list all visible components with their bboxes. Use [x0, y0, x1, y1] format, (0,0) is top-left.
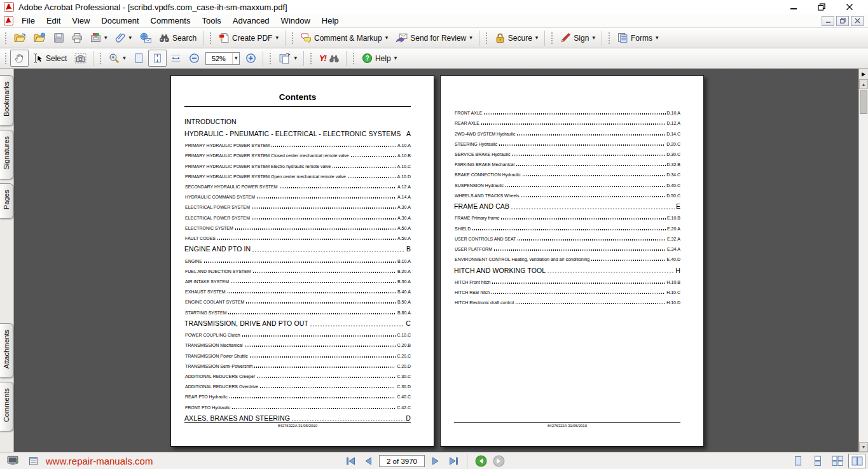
toc-entry-label: TRANSMISSION Mechanical: [185, 343, 243, 347]
continuous-facing-layout-button[interactable]: [829, 454, 846, 468]
toolbar-grip[interactable]: [99, 52, 102, 65]
toc-entry: ENGINE COOLANT SYSTEMB.50.A: [184, 294, 411, 304]
reading-mode-button[interactable]: [5, 454, 20, 467]
page-view-button[interactable]: [25, 454, 41, 467]
toc-entry: PRIMARY HYDRAULIC POWER SYSTEMA.10.A: [184, 137, 411, 148]
menu-edit[interactable]: Edit: [41, 15, 66, 27]
open-button[interactable]: [10, 29, 30, 46]
toc-entry: PRIMARY HYDRAULIC POWER SYSTEM Open cent…: [184, 169, 411, 179]
scrollbar-thumb[interactable]: [860, 90, 867, 114]
caret-down-icon[interactable]: ▾: [232, 53, 240, 64]
toolbar-grip[interactable]: [309, 52, 313, 65]
toc-dot-leader: [472, 229, 666, 230]
menu-window[interactable]: Window: [275, 15, 316, 27]
previous-view-button[interactable]: [474, 455, 488, 468]
doc-restore-button[interactable]: [836, 16, 849, 26]
menu-document[interactable]: Document: [95, 15, 144, 27]
toc-entry-label: AXLES, BRAKES AND STEERING: [184, 414, 290, 422]
minimize-button[interactable]: [789, 3, 798, 11]
toolbar-grip[interactable]: [4, 52, 8, 65]
forms-button[interactable]: Forms▾: [614, 29, 663, 46]
save-button[interactable]: [50, 29, 68, 46]
menu-comments[interactable]: Comments: [145, 15, 196, 27]
fit-width-button[interactable]: [167, 50, 185, 67]
toolbar-grip[interactable]: [485, 31, 488, 45]
zoom-out-button[interactable]: [185, 50, 203, 67]
menu-tools[interactable]: Tools: [196, 15, 226, 27]
doc-minimize-button[interactable]: [822, 16, 834, 26]
close-button[interactable]: [845, 3, 854, 11]
pane-toggle-button[interactable]: ▶: [859, 69, 868, 80]
sidebar-tab-signatures[interactable]: Signatures: [0, 130, 13, 179]
scroll-up-button[interactable]: ▲: [859, 80, 868, 89]
email-globe-icon: [139, 32, 151, 43]
send-for-review-button[interactable]: Send for Review▾: [392, 29, 476, 46]
scroll-down-button[interactable]: ▼: [859, 442, 868, 452]
secure-button[interactable]: Secure▾: [491, 29, 542, 46]
yahoo-search-button[interactable]: Y!: [315, 50, 343, 67]
fit-page-button[interactable]: [130, 50, 148, 67]
toc-entry: ADDITIONAL REDUCERS CreeperC.30.C: [184, 368, 411, 379]
attach-button[interactable]: ▾: [111, 29, 136, 46]
search-button[interactable]: Search: [155, 29, 200, 46]
sidebar-tab-bookmarks[interactable]: Bookmarks: [0, 75, 13, 126]
toolbar-grip[interactable]: [352, 52, 355, 65]
sidebar-tab-attachments[interactable]: Attachments: [0, 323, 13, 378]
fit-height-icon: [152, 53, 163, 64]
menu-file[interactable]: File: [16, 15, 41, 27]
zoom-level-input[interactable]: [206, 55, 231, 62]
page-display-button[interactable]: ▾: [275, 50, 301, 67]
toc-entry-ref: E.10.B: [667, 216, 680, 220]
page-indicator-input[interactable]: [379, 455, 425, 467]
snapshot-tool-button[interactable]: [71, 50, 90, 67]
menu-advanced[interactable]: Advanced: [227, 15, 275, 27]
toolbar-grip[interactable]: [209, 31, 212, 45]
first-page-button[interactable]: [343, 455, 357, 468]
next-view-button[interactable]: [492, 455, 506, 468]
toc-entry-ref: A.14.A: [397, 195, 411, 199]
previous-page-button[interactable]: [361, 455, 375, 468]
email-button[interactable]: [135, 29, 155, 46]
continuous-layout-button[interactable]: [809, 454, 826, 468]
help-button[interactable]: ?Help▾: [358, 50, 401, 67]
page-window-icon: [29, 456, 38, 466]
zoom-in-button[interactable]: [242, 50, 260, 67]
toc-entry-label: ELECTRICAL POWER SYSTEM: [185, 216, 250, 220]
menu-view[interactable]: View: [66, 15, 95, 27]
print-button[interactable]: [68, 29, 86, 46]
toc-dot-leader: [350, 156, 396, 157]
facing-layout-button[interactable]: [848, 454, 865, 468]
sidebar-tab-pages[interactable]: Pages: [0, 183, 13, 219]
single-page-layout-button[interactable]: [789, 454, 806, 468]
organizer-button[interactable]: ▾: [86, 29, 111, 46]
fit-height-button[interactable]: [148, 50, 167, 67]
comment-markup-button[interactable]: Comment & Markup▾: [297, 29, 392, 46]
toc-dot-leader: [227, 292, 396, 293]
menu-help[interactable]: Help: [316, 15, 345, 27]
toc-entry-label: BRAKE CONNECTION Hydraulic: [455, 172, 521, 177]
select-tool-button[interactable]: Select: [29, 50, 71, 67]
toolbar-separator: [303, 51, 304, 66]
doc-close-button[interactable]: [851, 16, 864, 26]
toolbar-grip[interactable]: [607, 31, 611, 45]
scrollbar-track[interactable]: [859, 115, 868, 442]
toc-dot-leader: [499, 144, 665, 146]
toc-entry: ELECTRONIC SYSTEMA.50.A: [184, 220, 411, 230]
hand-tool-button[interactable]: [10, 50, 29, 67]
create-pdf-button[interactable]: Create PDF▾: [215, 29, 282, 46]
toc-entry: ELECTRICAL POWER SYSTEMA.30.A: [184, 209, 411, 220]
page-footer-text: 84276322A 31/05/2010: [454, 424, 680, 428]
toolbar-grip[interactable]: [550, 31, 554, 45]
toolbar-grip[interactable]: [291, 31, 294, 45]
site-link[interactable]: www.repair-manuals.com: [46, 456, 153, 466]
open-web-button[interactable]: [30, 29, 50, 46]
restore-button[interactable]: [817, 3, 826, 11]
last-page-button[interactable]: [446, 455, 460, 468]
sidebar-tab-comments[interactable]: Comments: [0, 382, 13, 431]
sign-button[interactable]: Sign▾: [556, 29, 599, 46]
zoom-tool-button[interactable]: ▾: [105, 50, 130, 67]
toolbar-grip[interactable]: [268, 52, 272, 65]
toolbar-grip[interactable]: [4, 31, 8, 45]
toc-dot-leader: [252, 272, 396, 273]
next-page-button[interactable]: [429, 455, 443, 468]
